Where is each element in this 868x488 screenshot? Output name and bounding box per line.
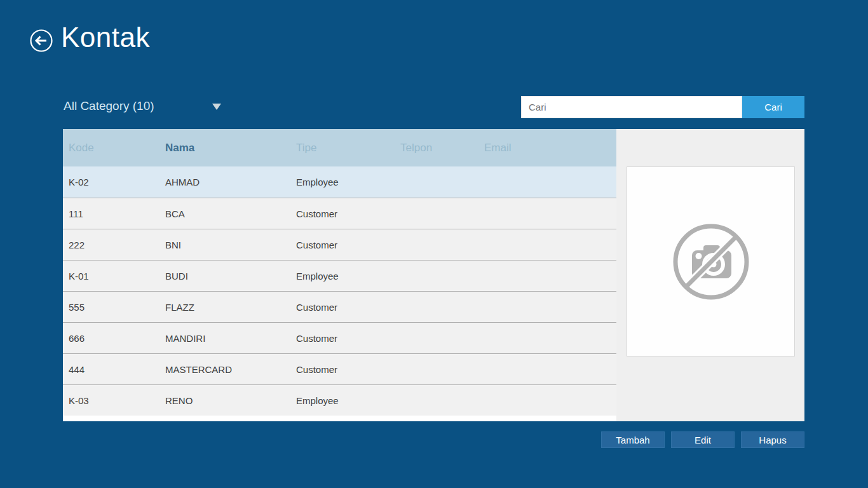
column-header-kode[interactable]: Kode — [63, 142, 159, 154]
table-row[interactable]: 666 MANDIRI Customer — [63, 322, 616, 353]
cell-kode: 555 — [63, 302, 159, 313]
cell-tipe: Customer — [290, 208, 395, 219]
table-row[interactable]: 111 BCA Customer — [63, 198, 616, 229]
chevron-down-icon — [212, 104, 221, 110]
cell-tipe: Employee — [290, 395, 395, 406]
cell-nama: RENO — [159, 395, 290, 406]
table-row[interactable]: K-03 RENO Employee — [63, 384, 616, 416]
action-bar: TambahEditHapus — [601, 431, 804, 448]
cell-kode: 666 — [63, 333, 159, 344]
column-header-email[interactable]: Email — [478, 142, 616, 154]
table-row[interactable]: 222 BNI Customer — [63, 229, 616, 260]
page-title: Kontak — [61, 22, 150, 53]
back-button[interactable] — [29, 29, 53, 53]
search-button[interactable]: Cari — [742, 96, 804, 118]
detail-panel — [616, 129, 804, 421]
table-row[interactable]: 444 MASTERCARD Customer — [63, 353, 616, 384]
tambah-button[interactable]: Tambah — [601, 431, 665, 448]
cell-nama: FLAZZ — [159, 302, 290, 313]
category-dropdown-label: All Category (10) — [64, 99, 154, 112]
cell-kode: 444 — [63, 364, 159, 375]
hapus-button[interactable]: Hapus — [741, 431, 804, 448]
cell-nama: AHMAD — [159, 177, 290, 187]
cell-tipe: Customer — [290, 302, 395, 313]
category-dropdown[interactable]: All Category (10) — [64, 99, 229, 117]
cell-kode: K-03 — [63, 395, 159, 406]
cell-nama: BCA — [159, 208, 290, 219]
app-window: Kontak All Category (10) Cari KodeNamaTi… — [0, 0, 868, 488]
cell-tipe: Employee — [290, 271, 395, 281]
cell-tipe: Customer — [290, 364, 395, 375]
search-input[interactable] — [521, 96, 742, 118]
cell-kode: K-01 — [63, 271, 159, 281]
contacts-table: KodeNamaTipeTelponEmail K-02 AHMAD Emplo… — [63, 129, 616, 421]
cell-nama: BUDI — [159, 271, 290, 281]
table-row[interactable]: K-01 BUDI Employee — [63, 260, 616, 291]
edit-button[interactable]: Edit — [671, 431, 735, 448]
photo-placeholder — [627, 166, 795, 356]
cell-kode: 111 — [63, 208, 159, 219]
table-row[interactable]: K-02 AHMAD Employee — [63, 166, 616, 198]
table-row[interactable]: 555 FLAZZ Customer — [63, 291, 616, 322]
cell-tipe: Customer — [290, 240, 395, 250]
column-header-tipe[interactable]: Tipe — [290, 142, 395, 154]
cell-kode: 222 — [63, 240, 159, 250]
cell-tipe: Employee — [290, 177, 395, 187]
table-header: KodeNamaTipeTelponEmail — [63, 129, 616, 166]
column-header-telpon[interactable]: Telpon — [395, 142, 478, 154]
cell-nama: BNI — [159, 240, 290, 250]
back-arrow-icon — [29, 29, 53, 53]
cell-nama: MANDIRI — [159, 333, 290, 344]
column-header-nama[interactable]: Nama — [159, 142, 290, 154]
table-body: K-02 AHMAD Employee 111 BCA Customer 222… — [63, 166, 616, 416]
cell-nama: MASTERCARD — [159, 364, 290, 375]
cell-tipe: Customer — [290, 333, 395, 344]
cell-kode: K-02 — [63, 177, 159, 187]
no-camera-icon — [672, 222, 750, 301]
